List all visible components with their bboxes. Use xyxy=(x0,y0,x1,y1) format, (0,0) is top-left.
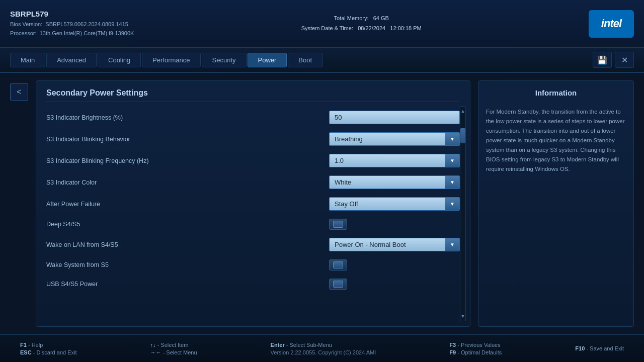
s3-brightness-control xyxy=(329,111,460,124)
arrows-key: ↑↓ xyxy=(150,342,156,348)
footer-col-2: ↑↓ - Select Item →← - Select Menu xyxy=(150,342,197,355)
intel-logo: intel xyxy=(589,10,634,38)
wake-on-lan-dropdown[interactable]: Power On - Normal Boot ▼ xyxy=(329,238,460,251)
save-button[interactable]: 💾 xyxy=(593,52,612,68)
back-button[interactable]: < xyxy=(10,83,28,101)
after-power-failure-label: After Power Failure xyxy=(46,201,329,208)
scrollbar-thumb[interactable] xyxy=(460,128,465,143)
footer-col-4: F10 - Save and Exit xyxy=(575,345,624,351)
header-center: Total Memory: 64 GB System Date & Time: … xyxy=(301,14,422,34)
close-button[interactable]: ✕ xyxy=(615,52,634,68)
setting-s3-blinking-frequency: S3 Indicator Blinking Frequency (Hz) 1.0… xyxy=(46,153,460,168)
deep-s4s5-toggle-inner xyxy=(333,221,343,228)
footer-f9: F9 - Optimal Defaults xyxy=(449,349,502,355)
f10-key: F10 xyxy=(575,345,585,351)
s3-blinking-behavior-value: Breathing xyxy=(330,133,445,145)
f10-label: Save and Exit xyxy=(590,345,624,351)
bios-label: Bios Version: xyxy=(10,21,42,27)
setting-s3-color: S3 Indicator Color White ▼ xyxy=(46,174,460,190)
arrows-label: Select Item xyxy=(160,342,188,348)
wake-on-lan-label: Wake on LAN from S4/S5 xyxy=(46,241,329,248)
processor-label: Processor: xyxy=(10,30,37,36)
f1-label: Help xyxy=(32,342,43,348)
setting-wake-on-lan: Wake on LAN from S4/S5 Power On - Normal… xyxy=(46,237,460,252)
usb-s4s5-power-toggle-inner xyxy=(333,281,343,288)
tab-cooling[interactable]: Cooling xyxy=(98,53,141,67)
deep-s4s5-label: Deep S4/S5 xyxy=(46,221,329,228)
settings-panel: Secondary Power Settings ▲ ▼ S3 Indicato… xyxy=(36,80,470,327)
tab-boot[interactable]: Boot xyxy=(288,53,323,67)
setting-s3-brightness: S3 Indicator Brightness (%) xyxy=(46,110,460,125)
header: SBRPL579 Bios Version: SBRPL579.0062.202… xyxy=(0,0,644,48)
info-text: For Modern Standby, the transition from … xyxy=(486,107,626,174)
footer-nav: →← - Select Menu xyxy=(150,349,197,355)
footer-version: Version 2.22.0055. Copyright (C) 2024 AM… xyxy=(271,349,376,355)
enter-label: Select Sub-Menu xyxy=(289,342,332,348)
settings-list: S3 Indicator Brightness (%) S3 Indicator… xyxy=(46,110,460,291)
s3-brightness-input[interactable] xyxy=(329,111,460,124)
s3-blinking-frequency-control: 1.0 ▼ xyxy=(329,154,460,167)
model-name: SBRPL579 xyxy=(10,10,134,18)
footer-col-center: Enter - Select Sub-Menu Version 2.22.005… xyxy=(271,342,376,355)
usb-s4s5-power-control xyxy=(329,279,460,290)
footer-enter: Enter - Select Sub-Menu xyxy=(271,342,376,348)
setting-s3-blinking-behavior: S3 Indicator Blinking Behavior Breathing… xyxy=(46,131,460,147)
wake-system-s5-toggle[interactable] xyxy=(329,259,347,270)
footer-f1: F1 - Help xyxy=(20,342,77,348)
esc-key: ESC xyxy=(20,349,32,355)
s3-blinking-behavior-label: S3 Indicator Blinking Behavior xyxy=(46,136,329,143)
footer-esc: ESC - Discard and Exit xyxy=(20,349,77,355)
after-power-failure-arrow[interactable]: ▼ xyxy=(445,198,459,210)
s3-blinking-frequency-arrow[interactable]: ▼ xyxy=(445,154,459,167)
s3-blinking-behavior-dropdown[interactable]: Breathing ▼ xyxy=(329,132,460,146)
main-content: < Secondary Power Settings ▲ ▼ S3 Indica… xyxy=(0,73,644,334)
after-power-failure-dropdown[interactable]: Stay Off ▼ xyxy=(329,197,460,211)
usb-s4s5-power-label: USB S4/S5 Power xyxy=(46,281,329,288)
esc-label: Discard and Exit xyxy=(36,349,76,355)
memory-value: 64 GB xyxy=(373,15,389,21)
back-icon: < xyxy=(17,87,21,97)
setting-deep-s4s5: Deep S4/S5 xyxy=(46,218,460,231)
s3-blinking-frequency-value: 1.0 xyxy=(330,154,445,167)
footer-f10: F10 - Save and Exit xyxy=(575,345,624,351)
usb-s4s5-power-toggle[interactable] xyxy=(329,279,347,290)
bios-value: SBRPL579.0062.2024.0809.1415 xyxy=(45,21,128,27)
tab-performance[interactable]: Performance xyxy=(142,53,200,67)
info-panel: Information For Modern Standby, the tran… xyxy=(478,80,634,327)
s3-color-arrow[interactable]: ▼ xyxy=(445,176,459,189)
wake-on-lan-arrow[interactable]: ▼ xyxy=(445,238,459,251)
tab-main[interactable]: Main xyxy=(10,53,45,67)
nav-label: Select Menu xyxy=(166,349,197,355)
s3-blinking-behavior-arrow[interactable]: ▼ xyxy=(445,133,459,145)
s3-blinking-frequency-dropdown[interactable]: 1.0 ▼ xyxy=(329,154,460,167)
scroll-up-arrow[interactable]: ▲ xyxy=(460,107,465,116)
nav-bar: Main Advanced Cooling Performance Securi… xyxy=(0,48,644,73)
f3-label: Previous Values xyxy=(461,342,501,348)
deep-s4s5-toggle[interactable] xyxy=(329,219,347,230)
wake-system-s5-toggle-inner xyxy=(333,261,343,268)
info-title: Information xyxy=(486,88,626,101)
wake-on-lan-value: Power On - Normal Boot xyxy=(330,238,445,251)
tab-power[interactable]: Power xyxy=(248,53,287,67)
wake-on-lan-control: Power On - Normal Boot ▼ xyxy=(329,238,460,251)
wake-system-s5-label: Wake System from S5 xyxy=(46,261,329,268)
scroll-down-arrow[interactable]: ▼ xyxy=(460,312,465,321)
after-power-failure-value: Stay Off xyxy=(330,198,445,210)
wake-system-s5-control xyxy=(329,259,460,270)
scrollbar-track[interactable]: ▲ ▼ xyxy=(460,106,466,321)
tab-security[interactable]: Security xyxy=(202,53,247,67)
intel-logo-text: intel xyxy=(601,17,621,30)
processor-value: 13th Gen Intel(R) Core(TM) i9-13900K xyxy=(40,30,134,36)
s3-blinking-behavior-control: Breathing ▼ xyxy=(329,132,460,146)
s3-color-value: White xyxy=(330,176,445,189)
tab-advanced[interactable]: Advanced xyxy=(46,53,97,67)
enter-key: Enter xyxy=(271,342,285,348)
f9-key: F9 xyxy=(449,349,456,355)
f1-key: F1 xyxy=(20,342,27,348)
after-power-failure-control: Stay Off ▼ xyxy=(329,197,460,211)
footer-col-3: F3 - Previous Values F9 - Optimal Defaul… xyxy=(449,342,502,355)
f9-label: Optimal Defaults xyxy=(461,349,502,355)
s3-color-dropdown[interactable]: White ▼ xyxy=(329,175,460,189)
setting-usb-s4s5-power: USB S4/S5 Power xyxy=(46,278,460,291)
s3-blinking-frequency-label: S3 Indicator Blinking Frequency (Hz) xyxy=(46,157,329,164)
